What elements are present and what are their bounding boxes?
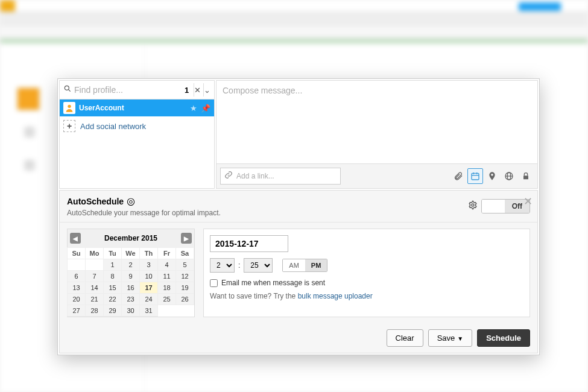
clear-button[interactable]: Clear (387, 329, 423, 347)
pin-icon[interactable]: 📌 (201, 104, 210, 113)
gear-icon[interactable] (468, 200, 478, 212)
cal-day[interactable]: 27 (67, 305, 86, 317)
autoschedule-desc: AutoSchedule your message for optimal im… (67, 209, 221, 217)
lock-icon[interactable] (518, 168, 534, 184)
cal-day[interactable]: 4 (157, 259, 176, 271)
cal-dow: Th (139, 247, 158, 259)
cal-day[interactable]: 13 (67, 282, 86, 294)
link-icon (224, 171, 233, 182)
cal-day[interactable]: 25 (157, 293, 176, 305)
cal-day[interactable]: 5 (175, 259, 194, 271)
svg-point-2 (68, 105, 71, 108)
email-checkbox[interactable] (210, 279, 218, 287)
close-icon[interactable]: ✕ (523, 195, 533, 208)
cal-day[interactable]: 16 (121, 282, 140, 294)
add-network-link[interactable]: Add social network (80, 122, 146, 131)
minute-select[interactable]: 25 (244, 258, 273, 273)
cal-prev-button[interactable]: ◀ (70, 233, 81, 244)
calendar: ◀ December 2015 ▶ SuMoTuWeThFrSa12345678… (67, 229, 195, 317)
cal-day[interactable]: 28 (85, 305, 104, 317)
cal-day[interactable]: 24 (139, 293, 158, 305)
save-button[interactable]: Save▼ (428, 329, 473, 347)
cal-day[interactable]: 22 (103, 293, 122, 305)
expand-profiles-icon[interactable]: ⌄ (203, 83, 210, 96)
search-icon (63, 84, 72, 95)
cal-day[interactable]: 11 (157, 270, 176, 282)
cal-day[interactable]: 7 (85, 270, 104, 282)
add-network-button[interactable]: + (63, 120, 75, 132)
cal-day[interactable]: 20 (67, 293, 86, 305)
avatar-icon (63, 102, 75, 114)
cal-day[interactable]: 29 (103, 305, 122, 317)
attach-icon[interactable] (450, 168, 466, 184)
bulk-hint: Want to save time? Try the bulk message … (210, 292, 523, 300)
svg-rect-10 (523, 175, 528, 179)
cal-day[interactable]: 3 (139, 259, 158, 271)
bulk-uploader-link[interactable]: bulk message uploader (298, 292, 373, 300)
cal-day[interactable]: 23 (121, 293, 140, 305)
svg-point-0 (65, 86, 69, 90)
svg-line-1 (68, 89, 70, 91)
cal-day-prev (67, 259, 86, 271)
schedule-button[interactable]: Schedule (477, 329, 530, 347)
cal-day[interactable]: 18 (157, 282, 176, 294)
hour-select[interactable]: 2 (210, 258, 235, 273)
star-icon[interactable]: ★ (190, 104, 197, 113)
cal-dow: Fr (157, 247, 176, 259)
svg-rect-3 (472, 173, 479, 180)
autoschedule-badge-icon: ◎ (127, 196, 135, 206)
cal-dow: Tu (103, 247, 122, 259)
cal-day[interactable]: 26 (175, 293, 194, 305)
compose-scheduler-modal: 1 ✕ ⌄ UserAccount ★ 📌 + Add social netwo… (57, 78, 540, 355)
cal-day[interactable]: 21 (85, 293, 104, 305)
cal-day[interactable]: 15 (103, 282, 122, 294)
clear-profile-icon[interactable]: ✕ (194, 83, 201, 96)
profile-search-input[interactable] (74, 85, 180, 95)
cal-dow: Su (67, 247, 86, 259)
cal-dow: Sa (175, 247, 194, 259)
cal-day[interactable]: 6 (67, 270, 86, 282)
cal-day[interactable]: 30 (121, 305, 140, 317)
compose-panel: Compose message... (216, 80, 538, 189)
profile-count: 1 (182, 86, 191, 95)
time-panel: 2 : 25 AMPM Email me when message is sen… (203, 229, 530, 317)
cal-day[interactable]: 19 (175, 282, 194, 294)
cal-day[interactable]: 17 (139, 282, 158, 294)
cal-day[interactable]: 2 (121, 259, 140, 271)
cal-day[interactable]: 8 (103, 270, 122, 282)
cal-dow: We (121, 247, 140, 259)
autoschedule-title: AutoSchedule (67, 197, 124, 206)
profile-panel: 1 ✕ ⌄ UserAccount ★ 📌 + Add social netwo… (59, 80, 215, 189)
cal-day[interactable]: 1 (103, 259, 122, 271)
location-icon[interactable] (484, 168, 500, 184)
cal-day[interactable]: 14 (85, 282, 104, 294)
cal-day[interactable]: 10 (139, 270, 158, 282)
cal-month: December 2015 (104, 234, 157, 242)
cal-day[interactable]: 9 (121, 270, 140, 282)
svg-point-11 (472, 204, 474, 206)
cal-next-button[interactable]: ▶ (181, 233, 192, 244)
autoschedule-toggle[interactable]: Off (481, 199, 530, 213)
cal-dow: Mo (85, 247, 104, 259)
schedule-panel: ✕ AutoSchedule ◎ AutoSchedule your messa… (59, 190, 538, 353)
link-input[interactable] (236, 172, 337, 180)
email-label: Email me when message is sent (221, 279, 325, 287)
cal-day-prev (85, 259, 104, 271)
profile-name: UserAccount (79, 104, 186, 112)
cal-day[interactable]: 12 (175, 270, 194, 282)
time-colon: : (238, 261, 240, 270)
compose-textarea[interactable]: Compose message... (217, 81, 537, 163)
profile-item[interactable]: UserAccount ★ 📌 (60, 100, 214, 116)
globe-icon[interactable] (501, 168, 517, 184)
date-field[interactable] (210, 235, 288, 252)
ampm-toggle[interactable]: AMPM (282, 259, 327, 272)
chevron-down-icon: ▼ (457, 335, 463, 342)
cal-day[interactable]: 31 (139, 305, 158, 317)
link-input-wrapper (220, 168, 341, 185)
calendar-icon[interactable] (467, 168, 483, 184)
